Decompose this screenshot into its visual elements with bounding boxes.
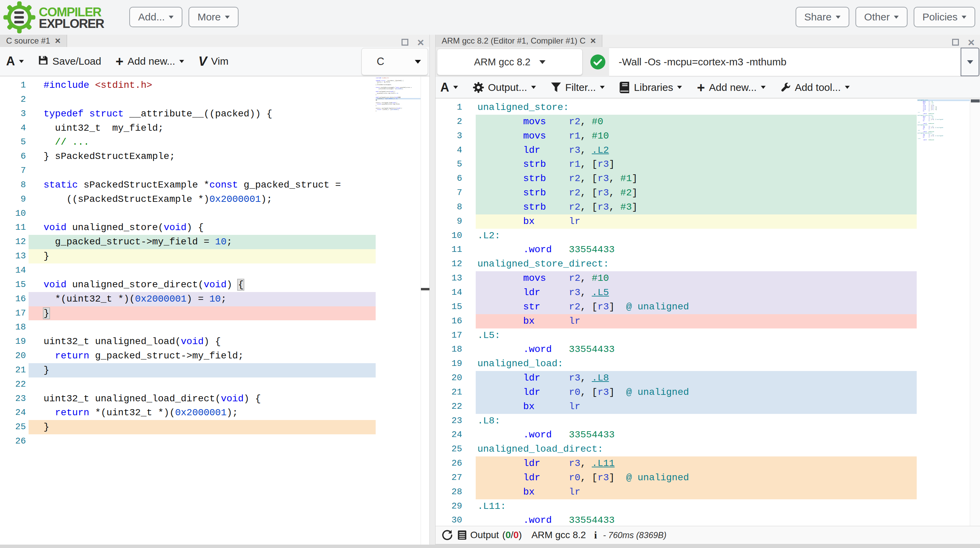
add-new-button[interactable]: + Add new...: [115, 54, 184, 68]
vim-toggle[interactable]: V Vim: [198, 54, 228, 69]
minimap[interactable]: unaligned_store: movs r2, #0 movs r1, #1…: [917, 99, 970, 526]
filter-button[interactable]: Filter...: [551, 82, 605, 93]
code-line[interactable]: 8static sPackedStructExample *const g_pa…: [0, 178, 430, 192]
maximize-icon[interactable]: [952, 39, 959, 46]
options-dropdown-button[interactable]: [961, 48, 979, 76]
info-icon[interactable]: i: [594, 529, 597, 541]
code-line[interactable]: 13 movs r2, #10: [436, 271, 980, 285]
code-line[interactable]: 16 bx lr: [436, 314, 980, 328]
code-line[interactable]: 15void unaligned_store_direct(void) {: [0, 278, 430, 292]
add-new-button[interactable]: + Add new...: [697, 81, 765, 94]
code-line[interactable]: 17}: [0, 306, 430, 321]
code-line[interactable]: 14 ldr r3, .L5: [436, 285, 980, 300]
font-size-button[interactable]: A: [440, 80, 458, 95]
code-line[interactable]: 26 ldr r3, .L11: [436, 456, 980, 471]
code-line[interactable]: 2: [0, 92, 430, 107]
add-button[interactable]: Add...: [129, 7, 182, 27]
code-line[interactable]: 22: [0, 378, 430, 392]
tab-close-icon[interactable]: ×: [55, 36, 60, 46]
code-line[interactable]: 27 ldr r0, [r3] @ unaligned: [436, 471, 980, 485]
scrollbar-thumb[interactable]: [971, 99, 980, 102]
minimap[interactable]: #include <stdint.h>typedef struct __attr…: [375, 76, 421, 545]
code-line[interactable]: 23uint32_t unaligned_load_direct(void) {: [0, 392, 430, 406]
code-line[interactable]: 12unaligned_store_direct:: [436, 257, 980, 271]
code-line[interactable]: 8 strb r2, [r3, #3]: [436, 200, 980, 214]
pane-splitter[interactable]: [430, 35, 436, 545]
libraries-button[interactable]: Libraries: [620, 82, 682, 93]
font-size-button[interactable]: A: [6, 54, 24, 68]
code-line[interactable]: 20 ldr r3, .L8: [436, 371, 980, 385]
close-icon[interactable]: ×: [968, 37, 975, 48]
more-button[interactable]: More: [189, 7, 238, 27]
code-line[interactable]: 1unaligned_store:: [436, 100, 980, 115]
code-line[interactable]: 16 *(uint32_t *)(0x2000001) = 10;: [0, 292, 430, 306]
scrollbar[interactable]: [421, 76, 430, 545]
maximize-icon[interactable]: [401, 39, 408, 46]
code-line[interactable]: 7: [0, 164, 430, 178]
code-line[interactable]: 14: [0, 263, 430, 278]
code-line[interactable]: 20 return g_packed_struct->my_field;: [0, 349, 430, 363]
code-line[interactable]: 10: [0, 207, 430, 221]
code-line[interactable]: 26: [0, 434, 430, 449]
splitter-drag-handle[interactable]: [421, 288, 430, 290]
code-line[interactable]: 4 uint32_t my_field;: [0, 121, 430, 135]
output-log-button[interactable]: Output (0/0): [457, 530, 522, 540]
code-line[interactable]: 17.L5:: [436, 328, 980, 343]
other-button[interactable]: Other: [856, 7, 907, 27]
code-text: ldr r3, .L11: [477, 456, 614, 471]
code-text: .L5:: [477, 328, 500, 343]
code-line[interactable]: 29.L11:: [436, 499, 980, 514]
scrollbar[interactable]: [970, 99, 980, 526]
tab-c-source[interactable]: C source #1 ×: [0, 35, 67, 47]
code-text: ldr r3, .L8: [477, 371, 609, 385]
code-line[interactable]: 4 ldr r3, .L2: [436, 143, 980, 158]
compiler-options-input[interactable]: [609, 48, 961, 76]
add-tool-button[interactable]: Add tool...: [781, 82, 850, 93]
code-line[interactable]: 15 str r2, [r3] @ unaligned: [436, 300, 980, 314]
code-line[interactable]: 21 ldr r0, [r3] @ unaligned: [436, 385, 980, 400]
code-line[interactable]: 25}: [0, 420, 430, 434]
code-line[interactable]: 6 strb r2, [r3, #1]: [436, 172, 980, 186]
tab-close-icon[interactable]: ×: [590, 36, 596, 46]
code-line[interactable]: 25unaligned_load_direct:: [436, 442, 980, 456]
code-line[interactable]: 12 g_packed_struct->my_field = 10;: [0, 235, 430, 249]
code-line[interactable]: 30 .word 33554433: [436, 513, 980, 526]
code-line[interactable]: 7 strb r2, [r3, #2]: [436, 186, 980, 200]
logo[interactable]: COMPILER EXPLORER: [3, 2, 104, 35]
asm-editor[interactable]: 1unaligned_store:2 movs r2, #03 movs r1,…: [436, 99, 980, 526]
code-line[interactable]: 5 strb r1, [r3]: [436, 157, 980, 172]
code-line[interactable]: 9 ((sPackedStructExample *)0x2000001);: [0, 192, 430, 207]
code-line[interactable]: 23.L8:: [436, 414, 980, 428]
code-line[interactable]: 24 return *(uint32_t *)(0x2000001);: [0, 406, 430, 420]
code-line[interactable]: 18: [0, 320, 430, 335]
code-line[interactable]: 6} sPackedStructExample;: [0, 150, 430, 164]
code-line[interactable]: 11 .word 33554433: [436, 243, 980, 257]
tab-compiler[interactable]: ARM gcc 8.2 (Editor #1, Compiler #1) C ×: [436, 35, 602, 47]
source-editor[interactable]: 1#include <stdint.h>23typedef struct __a…: [0, 76, 430, 545]
code-line[interactable]: 1#include <stdint.h>: [0, 78, 430, 92]
compiler-select[interactable]: ARM gcc 8.2: [437, 49, 582, 75]
chevron-down-icon: [415, 60, 421, 64]
share-button[interactable]: Share: [795, 7, 850, 27]
code-line[interactable]: 9 bx lr: [436, 214, 980, 229]
policies-button[interactable]: Policies: [914, 7, 975, 27]
code-line[interactable]: 2 movs r2, #0: [436, 115, 980, 129]
code-line[interactable]: 13}: [0, 249, 430, 263]
save-load-button[interactable]: Save/Load: [38, 55, 101, 68]
code-line[interactable]: 21}: [0, 363, 430, 378]
recompile-button[interactable]: [441, 529, 453, 541]
code-line[interactable]: 19unaligned_load:: [436, 357, 980, 371]
code-line[interactable]: 19uint32_t unaligned_load(void) {: [0, 335, 430, 349]
code-line[interactable]: 18 .word 33554433: [436, 342, 980, 357]
code-line[interactable]: 28 bx lr: [436, 485, 980, 499]
close-icon[interactable]: ×: [417, 37, 424, 48]
output-button[interactable]: Output...: [473, 82, 536, 93]
code-line[interactable]: 24 .word 33554433: [436, 428, 980, 442]
code-line[interactable]: 11void unaligned_store(void) {: [0, 221, 430, 235]
code-line[interactable]: 22 bx lr: [436, 400, 980, 414]
language-select[interactable]: C: [361, 48, 428, 75]
code-line[interactable]: 3typedef struct __attribute__((packed)) …: [0, 107, 430, 121]
code-line[interactable]: 10.L2:: [436, 229, 980, 243]
code-line[interactable]: 5 // ...: [0, 135, 430, 150]
code-line[interactable]: 3 movs r1, #10: [436, 129, 980, 143]
